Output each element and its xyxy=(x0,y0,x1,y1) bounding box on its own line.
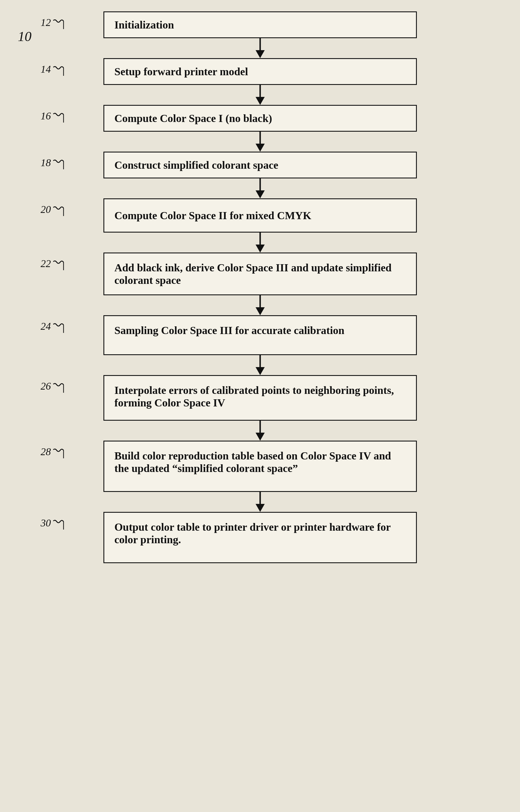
squiggle-20 xyxy=(52,205,66,218)
arrow-svg-0 xyxy=(252,38,269,58)
node-row-26: 26 Interpolate errors of calibrated poin… xyxy=(103,375,474,421)
arrow-6 xyxy=(103,355,417,375)
svg-marker-20 xyxy=(256,367,265,375)
node-label-26: 26 xyxy=(41,380,66,395)
arrow-2 xyxy=(103,132,417,152)
arrow-svg-7 xyxy=(252,421,269,441)
node-row-28: 28 Build color reproduction table based … xyxy=(103,441,474,492)
arrow-svg-1 xyxy=(252,85,269,105)
node-label-30: 30 xyxy=(41,517,66,531)
arrow-7 xyxy=(103,421,417,441)
squiggle-24 xyxy=(52,322,66,335)
node-row-14: 14 Setup forward printer model xyxy=(103,58,474,85)
squiggle-14 xyxy=(52,65,66,78)
box-28: Build color reproduction table based on … xyxy=(103,441,417,492)
squiggle-22 xyxy=(52,259,66,272)
arrow-3 xyxy=(103,178,417,198)
box-26: Interpolate errors of calibrated points … xyxy=(103,375,417,421)
arrow-8 xyxy=(103,492,417,512)
box-16: Compute Color Space I (no black) xyxy=(103,105,417,132)
squiggle-12 xyxy=(52,18,66,31)
node-label-28: 28 xyxy=(41,446,66,460)
node-label-20: 20 xyxy=(41,203,66,218)
node-row-30: 30 Output color table to printer driver … xyxy=(103,512,474,563)
squiggle-16 xyxy=(52,112,66,124)
node-label-22: 22 xyxy=(41,258,66,272)
svg-marker-17 xyxy=(256,307,265,315)
arrow-5 xyxy=(103,295,417,315)
arrow-svg-4 xyxy=(252,233,269,253)
node-row-16: 16 Compute Color Space I (no black) xyxy=(103,105,474,132)
squiggle-28 xyxy=(52,448,66,460)
box-22: Add black ink, derive Color Space III an… xyxy=(103,253,417,295)
node-label-14: 14 xyxy=(41,63,66,78)
svg-marker-26 xyxy=(256,504,265,512)
node-row-18: 18 Construct simplified colorant space xyxy=(103,152,474,178)
svg-marker-8 xyxy=(256,144,265,152)
svg-marker-14 xyxy=(256,245,265,253)
arrow-svg-8 xyxy=(252,492,269,512)
node-label-12: 12 xyxy=(41,17,66,31)
flow-wrapper: 10 12 Initialization 14 xyxy=(103,11,474,563)
arrow-svg-5 xyxy=(252,295,269,315)
diagram-container: 10 12 Initialization 14 xyxy=(0,0,520,812)
main-diagram-label: 10 xyxy=(18,28,32,44)
squiggle-26 xyxy=(52,382,66,395)
box-12: Initialization xyxy=(103,11,417,38)
squiggle-30 xyxy=(52,519,66,531)
node-row-12: 12 Initialization xyxy=(103,11,474,38)
node-label-16: 16 xyxy=(41,110,66,124)
box-18: Construct simplified colorant space xyxy=(103,152,417,178)
arrow-1 xyxy=(103,85,417,105)
node-row-20: 20 Compute Color Space II for mixed CMYK xyxy=(103,198,474,233)
node-row-24: 24 Sampling Color Space III for accurate… xyxy=(103,315,474,355)
box-24: Sampling Color Space III for accurate ca… xyxy=(103,315,417,355)
node-label-18: 18 xyxy=(41,157,66,171)
svg-marker-5 xyxy=(256,97,265,105)
arrow-svg-6 xyxy=(252,355,269,375)
arrow-svg-3 xyxy=(252,178,269,198)
box-20: Compute Color Space II for mixed CMYK xyxy=(103,198,417,233)
box-14: Setup forward printer model xyxy=(103,58,417,85)
arrow-svg-2 xyxy=(252,132,269,152)
arrow-0 xyxy=(103,38,417,58)
arrow-4 xyxy=(103,233,417,253)
squiggle-18 xyxy=(52,158,66,171)
svg-marker-2 xyxy=(256,50,265,58)
box-30: Output color table to printer driver or … xyxy=(103,512,417,563)
node-label-24: 24 xyxy=(41,320,66,335)
node-row-22: 22 Add black ink, derive Color Space III… xyxy=(103,253,474,295)
svg-marker-11 xyxy=(256,191,265,198)
svg-marker-23 xyxy=(256,433,265,441)
